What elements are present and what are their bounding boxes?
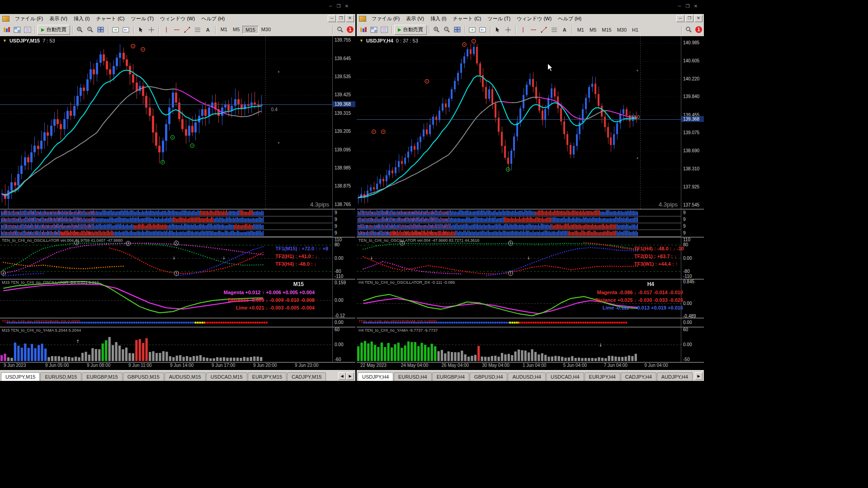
menu-item[interactable]: ファイル (F) [368, 14, 403, 23]
timeframe-button[interactable]: M1 [218, 26, 230, 34]
time-axis-label: 9 Jun 08:00 [87, 363, 128, 370]
window-control-button[interactable]: ❐ [337, 15, 345, 22]
auto-trade-button[interactable]: ▶自動売買 [394, 25, 427, 35]
chart-tab[interactable]: EURUSD,M15 [40, 372, 81, 381]
zoom-in-icon[interactable] [432, 25, 442, 34]
auto-trade-button[interactable]: ▶自動売買 [38, 25, 70, 35]
price-chart-canvas[interactable] [0, 36, 333, 209]
search-icon[interactable] [335, 25, 345, 34]
zoom-out-icon[interactable] [442, 25, 452, 34]
menu-item[interactable]: チャート (C) [93, 14, 127, 23]
crosshair-icon[interactable] [146, 25, 156, 34]
search-icon[interactable] [684, 25, 693, 34]
menu-item[interactable]: 表示 (V) [46, 14, 71, 23]
window-control-button[interactable]: ✕ [346, 15, 354, 22]
app-window-control-button[interactable]: ✕ [343, 4, 351, 9]
cursor-icon[interactable] [493, 25, 503, 34]
text-label-icon[interactable]: A [203, 25, 213, 34]
chart-shift-icon[interactable] [467, 25, 477, 34]
notification-badge[interactable]: 1 [347, 26, 354, 33]
tile-windows-icon[interactable] [453, 25, 462, 34]
menu-item[interactable]: チャート (C) [449, 14, 484, 23]
text-label-icon[interactable]: A [560, 25, 570, 34]
menu-item[interactable]: ツール (T) [127, 14, 157, 23]
tab-scroll-right-icon[interactable]: ▶ [346, 372, 354, 380]
menu-item[interactable]: 挿入 (I) [427, 14, 449, 23]
chart-tab[interactable]: GBPUSD,M15 [123, 372, 164, 381]
symbol-dropdown-icon[interactable]: ▼ [3, 38, 7, 43]
new-chart-icon[interactable] [359, 25, 368, 34]
auto-scroll-icon[interactable] [121, 25, 131, 34]
yama-canvas[interactable] [357, 328, 681, 362]
window-control-button[interactable]: ─ [328, 15, 336, 22]
chart-tab[interactable]: AUDUSD,H4 [508, 372, 546, 381]
fibonacci-icon[interactable] [549, 25, 559, 34]
chart-tab[interactable]: USDCAD,H4 [546, 372, 584, 381]
menu-item[interactable]: ヘルプ (H) [198, 14, 228, 23]
chart-shift-icon[interactable] [111, 25, 121, 34]
chart-tab[interactable]: EURJPY,H4 [585, 372, 620, 381]
hline-icon[interactable] [172, 25, 182, 34]
app-window-control-button[interactable]: ✕ [692, 4, 700, 9]
chart-tab[interactable]: AUDJPY,H4 [657, 372, 693, 381]
window-control-button[interactable]: ─ [676, 15, 684, 22]
crosshair-icon[interactable] [503, 25, 513, 34]
chart-tab[interactable]: USDJPY,M15 [1, 372, 40, 381]
market-watch-icon[interactable] [379, 25, 389, 34]
menu-item[interactable]: ヘルプ (H) [555, 14, 585, 23]
timeframe-button[interactable]: M1 [575, 26, 587, 33]
vline-icon[interactable] [518, 25, 528, 34]
notification-badge[interactable]: 1 [695, 26, 702, 33]
menu-item[interactable]: ファイル (F) [12, 14, 46, 23]
price-chart-canvas[interactable] [357, 36, 681, 209]
fibonacci-icon[interactable] [193, 25, 203, 34]
app-window-control-button[interactable]: ─ [326, 4, 335, 9]
window-control-button[interactable]: ❐ [685, 15, 693, 22]
menu-item[interactable]: ツール (T) [484, 14, 514, 23]
timeframe-button[interactable]: M15 [242, 26, 258, 34]
auto-scroll-icon[interactable] [478, 25, 488, 34]
hline-icon[interactable] [528, 25, 538, 34]
chart-tab[interactable]: EURJPY,M15 [248, 372, 287, 381]
app-window-control-button[interactable]: ❐ [335, 4, 343, 9]
oscillator-canvas[interactable] [357, 238, 681, 279]
chart-tab[interactable]: CADJPY,H4 [621, 372, 656, 381]
trendline-icon[interactable] [539, 25, 549, 34]
timeframe-button[interactable]: H1 [629, 26, 641, 33]
zoom-in-icon[interactable] [75, 25, 85, 34]
tab-scroll-left-icon[interactable]: ◀ [338, 372, 346, 380]
cursor-icon[interactable] [136, 25, 146, 34]
chart-tab[interactable]: GBPUSD,H4 [470, 372, 508, 381]
chart-tab[interactable]: EURGBP,M15 [82, 372, 123, 381]
timeframe-button[interactable]: M15 [599, 26, 614, 33]
chart-tab[interactable]: EURUSD,H4 [394, 372, 432, 381]
app-window-control-button[interactable]: ─ [675, 4, 684, 9]
menu-item[interactable]: ウィンドウ (W) [514, 14, 555, 23]
symbol-dropdown-icon[interactable]: ▼ [359, 38, 363, 43]
vline-icon[interactable] [161, 25, 171, 34]
app-window-control-button[interactable]: ❐ [684, 4, 692, 9]
chart-profiles-icon[interactable] [369, 25, 379, 34]
chart-tab[interactable]: USDCAD,M15 [206, 372, 247, 381]
new-chart-icon[interactable] [2, 25, 12, 34]
timeframe-button[interactable]: M5 [230, 26, 242, 34]
chart-tab[interactable]: AUDUSD,M15 [165, 372, 206, 381]
timeframe-button[interactable]: M30 [614, 26, 629, 33]
tab-scroll-right-icon[interactable]: ▶ [695, 372, 703, 380]
trendline-icon[interactable] [182, 25, 192, 34]
tile-windows-icon[interactable] [96, 25, 106, 34]
zoom-out-icon[interactable] [85, 25, 95, 34]
chart-tab[interactable]: USDJPY,H4 [358, 372, 393, 381]
chart-tab[interactable]: CADJPY,M15 [287, 372, 326, 381]
menu-item[interactable]: 挿入 (I) [71, 14, 93, 23]
chart-tab[interactable]: EURGBP,H4 [432, 372, 469, 381]
timeframe-button[interactable]: M30 [259, 26, 274, 34]
timeframe-button[interactable]: M5 [587, 26, 599, 33]
menu-item[interactable]: ウィンドウ (W) [157, 14, 198, 23]
market-watch-icon[interactable] [23, 25, 33, 34]
window-control-button[interactable]: ✕ [694, 15, 703, 22]
symbol-text: USDJPY,H4 [366, 38, 393, 43]
menu-item[interactable]: 表示 (V) [403, 14, 427, 23]
yama-canvas[interactable] [0, 328, 333, 362]
chart-profiles-icon[interactable] [12, 25, 22, 34]
